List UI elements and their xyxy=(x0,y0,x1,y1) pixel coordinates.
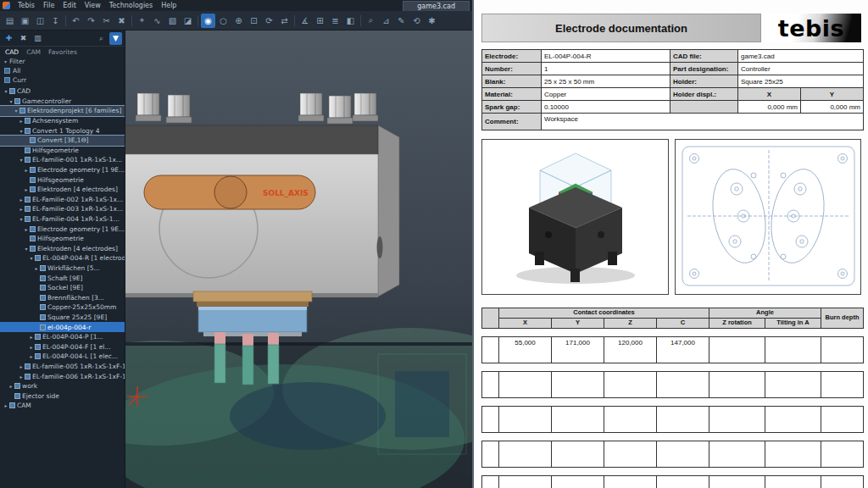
refresh-icon[interactable]: ⟲ xyxy=(409,14,424,28)
chevron-collapsed-icon[interactable]: ▸ xyxy=(23,167,30,173)
menu-help[interactable]: Help xyxy=(157,2,181,9)
tab-favorites[interactable]: Favorites xyxy=(48,48,77,56)
tree-item[interactable]: ▾EL-familie-001 1xR-1xS-1x... xyxy=(0,155,125,165)
chevron-collapsed-icon[interactable]: ▸ xyxy=(18,206,25,212)
chevron-expanded-icon[interactable]: ▾ xyxy=(18,216,25,222)
coordinate-cell[interactable] xyxy=(604,441,657,468)
cut-icon[interactable]: ✂ xyxy=(99,14,114,28)
tree-item[interactable]: ▸EL-familie-005 1xR-1xS-1xF-1x... xyxy=(0,362,125,372)
tree-item[interactable]: Hilfsgeometrie xyxy=(0,234,125,244)
section-view-icon[interactable]: ◧ xyxy=(343,14,358,28)
coordinate-cell[interactable] xyxy=(552,372,604,398)
new-document-icon[interactable]: ▤ xyxy=(3,14,17,28)
3d-viewport[interactable]: SOLL_AXIS xyxy=(125,30,472,488)
delete-icon[interactable]: ✖ xyxy=(114,14,129,28)
coordinate-cell[interactable] xyxy=(604,476,657,488)
menu-view[interactable]: View xyxy=(81,2,105,9)
coordinate-cell[interactable] xyxy=(499,407,552,433)
tree-item[interactable]: ▸Wirkflächen [5... xyxy=(0,263,125,274)
coordinate-cell[interactable] xyxy=(765,372,821,398)
tree-item[interactable]: ▾EL-Familie-004 1xR-1xS-1... xyxy=(0,214,125,225)
coordinate-cell[interactable] xyxy=(709,372,765,398)
filter-icon[interactable]: ▼ xyxy=(109,32,122,45)
search-icon[interactable]: ⌕ xyxy=(95,32,108,45)
axis-system-icon[interactable]: ⊿ xyxy=(379,14,393,28)
coordinate-cell[interactable] xyxy=(482,407,499,433)
open-file-icon[interactable]: ▣ xyxy=(18,14,32,28)
coordinate-cell[interactable] xyxy=(499,372,552,398)
coordinate-cell[interactable] xyxy=(657,407,709,433)
tree-item[interactable]: ▸Achsensystem xyxy=(0,116,125,126)
import-icon[interactable]: ↧ xyxy=(48,14,63,28)
tree-item[interactable]: ▸Electrode geometry [1 9E... xyxy=(0,224,125,234)
tree-item[interactable]: Schaft [9E] xyxy=(0,273,125,283)
tree-item[interactable]: ▸EL-004P-004-L [1 elec... xyxy=(0,352,125,362)
tree-item[interactable]: ▾CAD xyxy=(0,86,125,97)
tree-item[interactable]: ▾Convert 1 Topology 4 xyxy=(0,125,125,136)
coordinate-cell[interactable] xyxy=(552,441,604,468)
coordinate-cell[interactable] xyxy=(657,372,709,398)
coordinate-cell[interactable] xyxy=(821,441,864,468)
coordinate-cell[interactable] xyxy=(709,476,765,488)
tree-item[interactable]: Hilfsgeometrie xyxy=(0,175,125,185)
save-icon[interactable]: ◫ xyxy=(33,14,47,28)
coordinate-cell[interactable]: 171,000 xyxy=(552,337,604,363)
tree-item[interactable]: Brennflächen [3... xyxy=(0,292,125,302)
coordinate-cell[interactable]: 147,000 xyxy=(657,337,709,363)
coordinate-cell[interactable] xyxy=(552,476,604,488)
coordinate-cell[interactable] xyxy=(552,407,604,433)
settings-icon[interactable]: ✱ xyxy=(425,14,439,28)
curve-icon[interactable]: ∿ xyxy=(150,14,164,28)
coordinate-cell[interactable] xyxy=(657,476,709,488)
chevron-collapsed-icon[interactable]: ▸ xyxy=(28,344,35,350)
chevron-collapsed-icon[interactable]: ▸ xyxy=(23,186,30,192)
tree-item[interactable]: ▸EL-familie-006 1xR-1xS-1xF-1xF... xyxy=(0,371,125,381)
tree-item[interactable]: ▾Elektroden [4 electrodes] xyxy=(0,244,125,254)
chevron-collapsed-icon[interactable]: ▸ xyxy=(28,353,35,359)
zoom-in-icon[interactable]: ⊕ xyxy=(231,14,246,28)
coordinate-cell[interactable] xyxy=(765,407,821,433)
chevron-expanded-icon[interactable]: ▾ xyxy=(18,128,25,134)
tree-item[interactable]: ▸EL-Familie-003 1xR-1xS-1x... xyxy=(0,204,125,214)
chevron-collapsed-icon[interactable]: ▸ xyxy=(18,118,25,124)
undo-icon[interactable]: ↶ xyxy=(69,14,83,28)
tree-item[interactable]: ▾EL-004P-004-R [1 electrod... xyxy=(0,253,125,263)
tree-item[interactable]: ▸work xyxy=(0,381,125,391)
chevron-expanded-icon[interactable]: ▾ xyxy=(23,246,30,252)
tree-item[interactable]: ▸EL-Familie-002 1xR-1xS-1x... xyxy=(0,195,125,205)
chevron-collapsed-icon[interactable]: ▸ xyxy=(18,374,25,380)
tab-cad[interactable]: CAD xyxy=(5,48,19,56)
menu-technologies[interactable]: Technologies xyxy=(105,2,157,9)
coordinate-cell[interactable] xyxy=(604,407,657,433)
view-shaded-icon[interactable]: ◉ xyxy=(201,14,215,28)
coordinate-cell[interactable] xyxy=(482,441,499,468)
coordinate-cell[interactable]: 55,000 xyxy=(499,337,552,363)
grid-icon[interactable]: ⊞ xyxy=(313,14,327,28)
coordinate-cell[interactable] xyxy=(499,476,552,488)
coordinate-cell[interactable] xyxy=(499,441,552,468)
tree-item[interactable]: Hilfsgeometrie xyxy=(0,146,125,156)
chevron-collapsed-icon[interactable]: ▸ xyxy=(23,226,30,232)
menu-edit[interactable]: Edit xyxy=(58,2,81,9)
tab-cam[interactable]: CAM xyxy=(26,48,41,56)
chevron-expanded-icon[interactable]: ▾ xyxy=(28,255,35,261)
tree-item[interactable]: Square 25x25 [9E] xyxy=(0,313,125,323)
coordinate-cell[interactable] xyxy=(821,407,864,433)
measure-icon[interactable]: ∡ xyxy=(298,14,312,28)
tree-item[interactable]: ▸Elektroden [4 electrodes] xyxy=(0,185,125,195)
tree-item[interactable]: ▸EL-004P-004-F [1 el... xyxy=(0,341,125,352)
coordinate-cell[interactable] xyxy=(604,372,657,398)
view-wireframe-icon[interactable]: ○ xyxy=(216,14,231,28)
coordinate-cell[interactable] xyxy=(765,337,821,363)
coordinate-cell[interactable] xyxy=(821,476,864,488)
tree-item[interactable]: Copper-25x25x50mm xyxy=(0,302,125,313)
surface-icon[interactable]: ▧ xyxy=(165,14,180,28)
solid-icon[interactable]: ◪ xyxy=(181,14,195,28)
chevron-collapsed-icon[interactable]: ▸ xyxy=(8,383,14,389)
filter-item-curr[interactable]: Curr xyxy=(0,75,125,85)
tree-item[interactable]: el-004p-004-r xyxy=(0,322,125,332)
coordinate-cell[interactable] xyxy=(709,441,765,468)
tree-item[interactable]: Ejector side xyxy=(0,391,125,401)
filter-item-all[interactable]: All xyxy=(0,66,125,75)
filter-dropdown[interactable]: ▾ Filter xyxy=(0,57,125,66)
